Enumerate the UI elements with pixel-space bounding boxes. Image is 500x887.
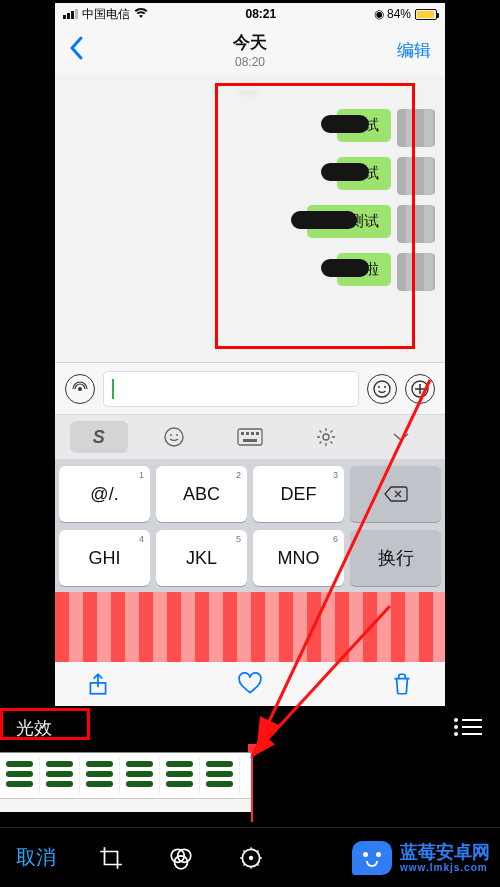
text-cursor (112, 379, 114, 399)
settings-suggest-button[interactable] (297, 421, 355, 453)
playhead[interactable] (251, 748, 253, 822)
chat-timestamp: --:-- (61, 85, 435, 99)
key-5[interactable]: JKL 5 (156, 530, 247, 586)
message-bubble[interactable]: 啦啦 (337, 253, 391, 286)
voice-input-button[interactable] (65, 374, 95, 404)
phone-screenshot: 中国电信 08:21 ◉ 84% 今天 08:20 编辑 --:-- 测试 (55, 3, 445, 706)
key-digit: 3 (333, 470, 338, 480)
annotation-red-box-effect (0, 708, 90, 740)
chat-area: --:-- 测试 测试 测试测试 啦啦 (55, 75, 445, 362)
ime-switch-button[interactable]: S (70, 421, 128, 453)
key-main: GHI (88, 548, 120, 569)
plus-button[interactable] (405, 374, 435, 404)
svg-point-0 (78, 387, 82, 391)
message-bubble[interactable]: 测试测试 (307, 205, 391, 238)
numeric-keyboard: @/. 1 ABC 2 DEF 3 GHI 4 JKL 5 (55, 460, 445, 592)
favorite-button[interactable] (237, 671, 263, 697)
list-icon (454, 725, 482, 729)
statusbar-time: 08:21 (245, 7, 276, 21)
message-text: 测试测试 (319, 212, 379, 229)
key-6[interactable]: MNO 6 (253, 530, 344, 586)
message-text: 测试 (349, 164, 379, 181)
key-3[interactable]: DEF 3 (253, 466, 344, 522)
key-main: ABC (183, 484, 220, 505)
svg-point-7 (176, 434, 178, 436)
voice-wave-icon (71, 380, 89, 398)
svg-rect-9 (241, 432, 244, 435)
keyboard-suggest-button[interactable] (221, 421, 279, 453)
message-row: 测试测试 (61, 205, 435, 243)
share-button[interactable] (85, 671, 111, 697)
key-digit: 2 (236, 470, 241, 480)
avatar[interactable] (397, 253, 435, 291)
redacted-region (55, 592, 445, 662)
battery-percent: ◉ 84% (374, 7, 411, 21)
photo-toolbar (55, 662, 445, 706)
svg-rect-12 (256, 432, 259, 435)
filter-button[interactable] (166, 843, 196, 873)
svg-point-5 (165, 428, 183, 446)
gear-icon (315, 426, 337, 448)
message-row: 测试 (61, 157, 435, 195)
keyboard-suggestion-row: S (55, 414, 445, 460)
svg-rect-8 (238, 429, 262, 445)
backspace-icon (384, 485, 408, 503)
message-row: 测试 (61, 109, 435, 147)
black-margin-left (0, 0, 55, 706)
dial-icon (238, 845, 264, 871)
back-button[interactable] (69, 33, 83, 67)
crop-button[interactable] (96, 843, 126, 873)
list-icon (454, 732, 482, 736)
keyboard-icon (237, 428, 263, 446)
chevron-left-icon (69, 36, 83, 60)
message-text: 测试 (349, 116, 379, 133)
avatar[interactable] (397, 205, 435, 243)
key-1[interactable]: @/. 1 (59, 466, 150, 522)
cancel-button[interactable]: 取消 (16, 844, 56, 871)
svg-point-21 (249, 855, 253, 859)
key-main: DEF (281, 484, 317, 505)
avatar[interactable] (397, 109, 435, 147)
key-digit: 4 (139, 534, 144, 544)
key-digit: 1 (139, 470, 144, 480)
status-bar: 中国电信 08:21 ◉ 84% (55, 3, 445, 25)
list-menu-button[interactable] (454, 718, 482, 736)
adjust-button[interactable] (236, 843, 266, 873)
emoji-suggest-button[interactable] (145, 421, 203, 453)
key-4[interactable]: GHI 4 (59, 530, 150, 586)
battery-icon (415, 9, 437, 20)
emoji-button[interactable] (367, 374, 397, 404)
smile-icon (163, 426, 185, 448)
avatar[interactable] (397, 157, 435, 195)
edit-button[interactable]: 编辑 (397, 39, 431, 62)
message-bubble[interactable]: 测试 (337, 109, 391, 142)
key-main: JKL (186, 548, 217, 569)
key-return[interactable]: 换行 (350, 530, 441, 586)
svg-point-6 (170, 434, 172, 436)
editor-toolbar: 取消 (0, 827, 500, 887)
plus-icon (411, 380, 429, 398)
key-2[interactable]: ABC 2 (156, 466, 247, 522)
black-margin-right (445, 0, 500, 706)
wifi-icon (134, 7, 148, 22)
timeline[interactable] (0, 752, 252, 812)
key-digit: 6 (333, 534, 338, 544)
filter-circles-icon (168, 845, 194, 871)
video-editor: 光效 取消 (0, 706, 500, 887)
svg-rect-13 (243, 439, 257, 442)
svg-point-1 (374, 381, 390, 397)
key-backspace[interactable] (350, 466, 441, 522)
signal-icon (63, 9, 78, 19)
chat-input-bar (55, 362, 445, 414)
delete-button[interactable] (389, 671, 415, 697)
heart-icon (237, 671, 263, 697)
message-bubble[interactable]: 测试 (337, 157, 391, 190)
svg-point-14 (323, 434, 329, 440)
message-input[interactable] (103, 371, 359, 407)
carrier-label: 中国电信 (82, 6, 130, 23)
timeline-ruler (0, 798, 252, 812)
svg-rect-10 (246, 432, 249, 435)
crop-icon (98, 845, 124, 871)
collapse-keyboard-button[interactable] (372, 421, 430, 453)
nav-title: 今天 (55, 31, 445, 54)
